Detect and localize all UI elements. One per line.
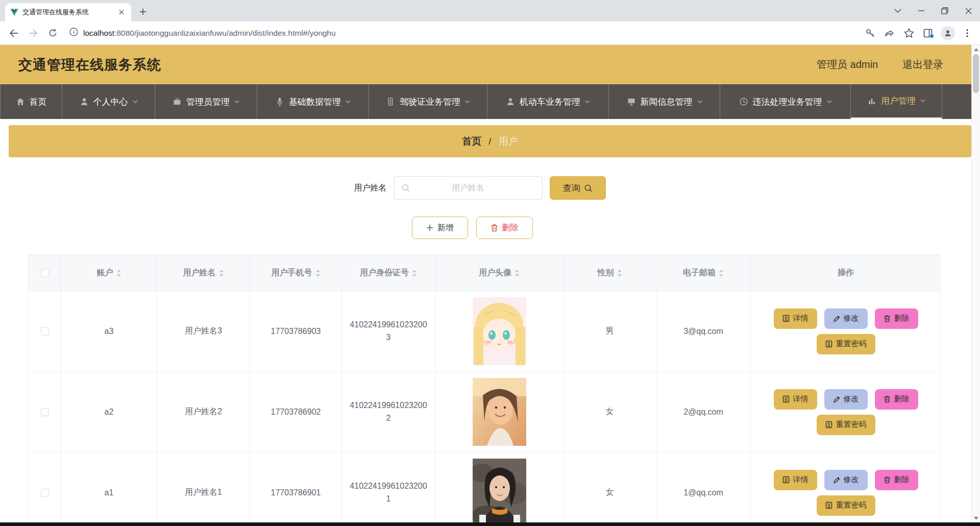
toolbar-row: 新增 删除 xyxy=(0,217,980,239)
tab-search-chevron-icon[interactable] xyxy=(886,0,910,21)
header-email[interactable]: 电子邮箱 xyxy=(656,255,751,291)
document-icon xyxy=(386,97,395,106)
pencil-icon xyxy=(833,476,840,484)
tab-close-icon[interactable] xyxy=(117,8,126,17)
window-minimize-button[interactable] xyxy=(910,0,933,21)
vertical-scrollbar[interactable] xyxy=(971,45,980,522)
window-close-button[interactable] xyxy=(957,0,980,21)
user-icon xyxy=(506,97,515,106)
nav-item-basic-data-management[interactable]: 基础数据管理 xyxy=(257,84,369,119)
table-row: a3 用户姓名3 17703786903 410224199610232003 xyxy=(29,291,940,372)
password-key-icon[interactable] xyxy=(862,25,879,42)
scrollbar-thumb[interactable] xyxy=(973,54,979,93)
delete-button[interactable]: 删除 xyxy=(875,308,918,329)
new-tab-button[interactable] xyxy=(135,4,151,19)
nav-item-home[interactable]: 首页 xyxy=(0,84,62,119)
row-checkbox[interactable] xyxy=(41,489,49,497)
select-all-checkbox[interactable] xyxy=(41,269,49,277)
forward-icon[interactable] xyxy=(24,25,42,42)
sort-icon[interactable] xyxy=(719,270,724,277)
document-icon xyxy=(782,476,790,484)
edit-button[interactable]: 修改 xyxy=(824,308,868,329)
cell-phone: 17703786901 xyxy=(250,452,342,526)
nav-item-personal-center[interactable]: 个人中心 xyxy=(62,84,155,119)
row-checkbox[interactable] xyxy=(41,408,49,416)
clock-icon xyxy=(739,97,748,106)
chevron-down-icon xyxy=(133,100,138,104)
document-icon xyxy=(782,395,790,403)
user-icon xyxy=(80,97,89,106)
sort-icon[interactable] xyxy=(219,270,224,277)
query-button[interactable]: 查询 xyxy=(550,176,606,200)
profile-avatar-icon[interactable] xyxy=(939,25,957,42)
sort-icon[interactable] xyxy=(116,270,121,277)
sort-icon[interactable] xyxy=(617,270,622,277)
breadcrumb-home[interactable]: 首页 xyxy=(462,135,481,148)
select-all-cell xyxy=(29,255,61,291)
table-row: a2 用户姓名2 17703786902 410224199610232002 … xyxy=(29,372,940,452)
detail-button[interactable]: 详情 xyxy=(774,308,817,329)
header-account[interactable]: 账户 xyxy=(61,255,157,291)
row-checkbox[interactable] xyxy=(41,327,49,336)
address-bar[interactable]: localhost:8080/jiaotongguanlizaixianfuwu… xyxy=(66,25,856,42)
cell-email: 2@qq.com xyxy=(656,372,751,452)
username-search-input[interactable] xyxy=(394,176,543,200)
header-phone[interactable]: 用户手机号 xyxy=(250,255,342,291)
add-user-button[interactable]: 新增 xyxy=(412,217,468,239)
chevron-down-icon xyxy=(465,100,470,104)
header-id-number[interactable]: 用户身份证号 xyxy=(342,255,435,291)
nav-item-motor-vehicle-management[interactable]: 机动车业务管理 xyxy=(487,84,609,119)
breadcrumb-current: 用户 xyxy=(499,135,518,148)
sort-icon[interactable] xyxy=(315,270,321,277)
edit-button[interactable]: 修改 xyxy=(824,389,868,410)
reset-password-button[interactable]: 重置密码 xyxy=(817,415,875,435)
delete-button[interactable]: 删除 xyxy=(875,389,918,410)
browser-menu-icon[interactable] xyxy=(959,25,976,42)
sort-icon[interactable] xyxy=(514,270,520,277)
reset-password-button[interactable]: 重置密码 xyxy=(817,334,875,354)
edit-button[interactable]: 修改 xyxy=(824,470,868,490)
chevron-down-icon xyxy=(827,100,832,104)
user-table: 账户 用户姓名 用户手机号 用户身份证号 用户头像 性别 电子邮箱 操作 a3 … xyxy=(28,255,941,526)
chevron-down-icon xyxy=(346,100,351,104)
sort-icon[interactable] xyxy=(412,270,417,277)
refresh-icon[interactable] xyxy=(44,25,61,42)
browser-tab[interactable]: 交通管理在线服务系统 xyxy=(5,3,131,21)
cell-gender: 女 xyxy=(564,372,656,452)
batch-delete-button[interactable]: 删除 xyxy=(476,217,533,239)
header-gender[interactable]: 性别 xyxy=(564,255,656,291)
header-name[interactable]: 用户姓名 xyxy=(157,255,250,291)
window-restore-button[interactable] xyxy=(933,0,957,21)
nav-item-news-management[interactable]: 新闻信息管理 xyxy=(609,84,720,119)
trash-icon xyxy=(884,395,891,403)
nav-item-drivers-license-management[interactable]: 驾驶证业务管理 xyxy=(369,84,487,119)
side-panel-icon[interactable] xyxy=(920,25,937,42)
cell-account: a3 xyxy=(61,291,157,372)
site-info-icon[interactable] xyxy=(69,28,78,38)
nav-item-admin-management[interactable]: 管理员管理 xyxy=(155,84,257,119)
document-icon xyxy=(825,421,832,428)
app-header: 交通管理在线服务系统 管理员 admin 退出登录 xyxy=(0,45,980,84)
detail-button[interactable]: 详情 xyxy=(774,389,817,410)
bookmark-star-icon[interactable] xyxy=(900,25,918,42)
dark-haired-woman-avatar xyxy=(473,459,526,526)
cell-avatar xyxy=(435,372,564,452)
back-icon[interactable] xyxy=(5,25,22,42)
monitor-icon xyxy=(627,97,636,106)
table-header-row: 账户 用户姓名 用户手机号 用户身份证号 用户头像 性别 电子邮箱 操作 xyxy=(29,255,940,291)
delete-button[interactable]: 删除 xyxy=(875,470,918,490)
reset-password-button[interactable]: 重置密码 xyxy=(817,495,875,516)
detail-button[interactable]: 详情 xyxy=(774,470,817,490)
scroll-up-icon[interactable] xyxy=(972,45,980,54)
cell-account: a2 xyxy=(61,372,157,452)
url-text[interactable]: localhost:8080/jiaotongguanlizaixianfuwu… xyxy=(83,29,336,38)
scroll-down-icon[interactable] xyxy=(972,514,980,522)
nav-item-violation-processing-management[interactable]: 违法处理业务管理 xyxy=(720,84,851,119)
share-icon[interactable] xyxy=(881,25,898,42)
nav-item-user-management[interactable]: 用户管理 xyxy=(851,84,942,119)
cell-avatar xyxy=(435,291,564,372)
table-row: a1 用户姓名1 17703786901 410224199610232001 xyxy=(29,452,940,526)
logout-link[interactable]: 退出登录 xyxy=(902,58,943,71)
document-icon xyxy=(825,501,832,509)
header-avatar[interactable]: 用户头像 xyxy=(435,255,564,291)
